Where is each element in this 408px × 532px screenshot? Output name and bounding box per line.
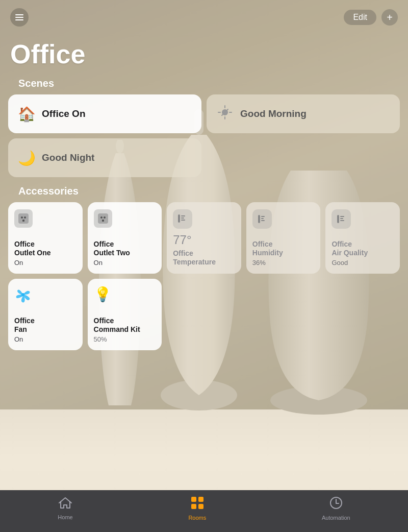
svg-rect-22: [261, 216, 265, 217]
air-quality-icon: [332, 209, 351, 229]
svg-rect-32: [191, 504, 196, 509]
scene-icon-office-on: 🏠: [17, 106, 36, 123]
menu-icon: [15, 14, 23, 20]
air-quality-status: Good: [332, 259, 394, 267]
tab-rooms[interactable]: Rooms: [178, 493, 216, 524]
svg-rect-27: [340, 218, 343, 219]
svg-rect-31: [198, 497, 203, 502]
menu-button[interactable]: [10, 8, 29, 27]
temperature-value: 77°: [173, 233, 235, 247]
humidity-name: OfficeHumidity: [252, 240, 315, 257]
scenes-section: Scenes 🏠 Office On: [0, 78, 408, 177]
scene-card-office-on[interactable]: 🏠 Office On: [8, 94, 201, 133]
command-kit-info: OfficeCommand Kit 50%: [94, 317, 156, 343]
rooms-icon: [191, 496, 204, 513]
tab-rooms-label: Rooms: [188, 515, 206, 521]
accessory-card-fan[interactable]: OfficeFan On: [8, 279, 83, 350]
add-button[interactable]: +: [381, 9, 398, 26]
svg-rect-25: [337, 215, 339, 223]
page-title: Office: [0, 35, 408, 78]
svg-rect-33: [198, 504, 203, 509]
fan-info: OfficeFan On: [14, 317, 76, 343]
svg-rect-28: [340, 220, 344, 221]
automation-icon: [329, 496, 343, 513]
fan-status: On: [14, 335, 76, 343]
scene-card-good-night[interactable]: 🌙 Good Night: [8, 138, 201, 177]
outlet-two-name: OfficeOutlet Two: [94, 240, 156, 257]
edit-button[interactable]: Edit: [344, 10, 376, 25]
tab-bar: Home Rooms Automation: [0, 490, 408, 532]
command-kit-status: 50%: [94, 335, 156, 343]
svg-rect-13: [98, 213, 108, 224]
air-quality-info: OfficeAir Quality Good: [332, 240, 394, 267]
top-right-actions: Edit +: [344, 9, 398, 26]
svg-point-11: [24, 216, 26, 219]
scene-icon-good-morning: [216, 105, 234, 123]
svg-rect-23: [261, 218, 264, 219]
command-kit-name: OfficeCommand Kit: [94, 317, 156, 334]
fan-icon: [14, 286, 76, 307]
accessory-card-temperature[interactable]: 77° OfficeTemperature: [167, 202, 241, 274]
scene-name-good-night: Good Night: [42, 152, 94, 163]
accessory-card-command-kit[interactable]: 💡 OfficeCommand Kit 50%: [88, 279, 162, 350]
accessory-card-humidity[interactable]: OfficeHumidity 36%: [246, 202, 321, 274]
temperature-name: OfficeTemperature: [173, 249, 235, 267]
accessories-section: Accessories OfficeOutlet One On: [0, 177, 408, 350]
air-quality-name: OfficeAir Quality: [332, 240, 394, 257]
tab-home[interactable]: Home: [47, 494, 83, 523]
outlet-one-status: On: [14, 259, 76, 267]
svg-rect-20: [181, 220, 185, 221]
accessory-card-outlet-two[interactable]: OfficeOutlet Two On: [88, 202, 162, 274]
scene-icon-good-night: 🌙: [17, 150, 36, 166]
outlet-two-status: On: [94, 259, 156, 267]
svg-rect-12: [22, 220, 24, 222]
scene-card-good-morning[interactable]: Good Morning: [207, 94, 400, 133]
ui-layer: Edit + Office Scenes 🏠 Office On: [0, 0, 408, 532]
humidity-icon: [252, 209, 272, 229]
temperature-info: 77° OfficeTemperature: [173, 233, 235, 267]
tab-automation-label: Automation: [322, 515, 350, 521]
scene-name-good-morning: Good Morning: [240, 108, 307, 119]
svg-point-29: [21, 293, 24, 296]
svg-rect-18: [181, 215, 185, 216]
humidity-info: OfficeHumidity 36%: [252, 240, 315, 267]
accessories-row2: OfficeFan On 💡 OfficeCommand Kit 50%: [8, 279, 400, 350]
command-kit-icon: 💡: [94, 286, 156, 303]
home-icon: [59, 497, 72, 512]
svg-rect-9: [18, 213, 29, 224]
accessory-card-air-quality[interactable]: OfficeAir Quality Good: [325, 202, 400, 274]
svg-rect-17: [178, 214, 180, 223]
humidity-status: 36%: [252, 259, 315, 267]
outlet-one-name: OfficeOutlet One: [14, 240, 76, 257]
accessory-card-outlet-one[interactable]: OfficeOutlet One On: [8, 202, 83, 274]
outlet-one-icon: [14, 209, 33, 228]
svg-point-10: [21, 216, 23, 219]
outlet-one-info: OfficeOutlet One On: [14, 240, 76, 267]
scenes-label: Scenes: [8, 78, 400, 94]
scenes-grid: 🏠 Office On Good Morning: [8, 94, 400, 177]
scene-name-office-on: Office On: [42, 108, 86, 119]
accessories-label: Accessories: [8, 185, 400, 202]
temperature-icon: [173, 209, 192, 229]
tab-automation[interactable]: Automation: [312, 493, 361, 524]
svg-rect-19: [181, 217, 184, 219]
svg-point-14: [100, 216, 103, 219]
svg-rect-24: [261, 220, 265, 221]
tab-home-label: Home: [58, 514, 72, 520]
outlet-two-icon: [94, 209, 112, 228]
top-bar: Edit +: [0, 0, 408, 35]
accessories-row1: OfficeOutlet One On OfficeOutlet Two O: [8, 202, 400, 274]
fan-name: OfficeFan: [14, 317, 76, 334]
svg-rect-16: [102, 220, 104, 222]
svg-rect-21: [258, 215, 260, 223]
svg-rect-30: [191, 497, 196, 502]
svg-rect-26: [340, 216, 344, 217]
svg-point-15: [104, 216, 106, 219]
outlet-two-info: OfficeOutlet Two On: [94, 240, 156, 267]
